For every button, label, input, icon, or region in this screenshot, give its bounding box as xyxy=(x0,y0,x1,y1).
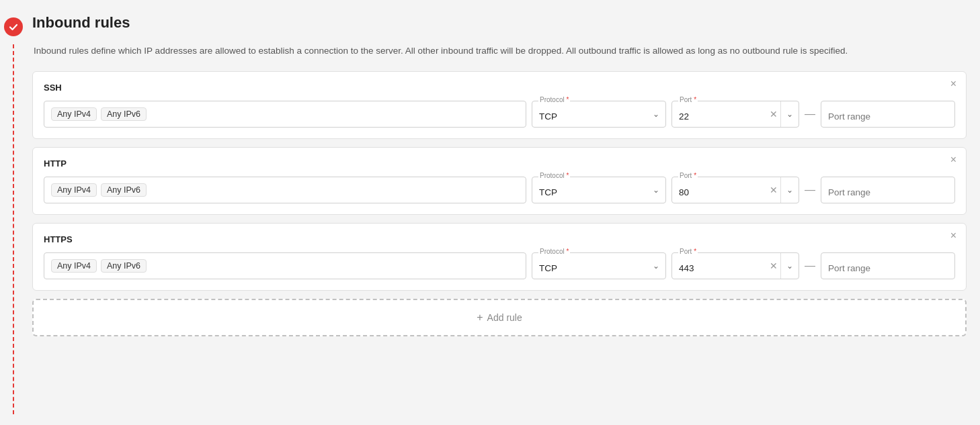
port-range-wrapper-http xyxy=(821,177,955,203)
left-border xyxy=(0,11,27,414)
port-field-wrapper-ssh: Port * ✕ ⌄ xyxy=(671,101,799,128)
close-http-button[interactable]: × xyxy=(948,153,959,167)
rule-card-https: × HTTPS Any IPv4 Any IPv6 Protocol * TCP… xyxy=(32,223,967,291)
port-chevron-ssh[interactable]: ⌄ xyxy=(780,101,799,127)
close-ssh-button[interactable]: × xyxy=(948,77,959,91)
rule-title-ssh: SSH xyxy=(44,83,955,93)
protocol-select-ssh[interactable]: TCP UDP ICMP xyxy=(532,101,666,128)
rule-row-http: Any IPv4 Any IPv6 Protocol * TCP UDP ICM… xyxy=(44,177,955,203)
port-range-wrapper-ssh xyxy=(821,101,955,128)
ip-tags-field-ssh[interactable]: Any IPv4 Any IPv6 xyxy=(44,101,526,128)
port-clear-http[interactable]: ✕ xyxy=(767,185,780,195)
rule-row-https: Any IPv4 Any IPv6 Protocol * TCP UDP ICM… xyxy=(44,252,955,279)
port-input-container-ssh: ✕ ⌄ xyxy=(671,101,799,128)
dash-https: — xyxy=(805,260,815,272)
add-rule-button[interactable]: + Add rule xyxy=(32,299,967,336)
port-chevron-http[interactable]: ⌄ xyxy=(780,177,799,203)
protocol-wrapper-ssh: Protocol * TCP UDP ICMP ⌄ xyxy=(532,101,666,128)
page-title: Inbound rules xyxy=(32,11,967,33)
ip-tag-ipv4-http: Any IPv4 xyxy=(51,183,97,197)
ip-tag-ipv4-ssh: Any IPv4 xyxy=(51,107,97,121)
ip-tags-field-http[interactable]: Any IPv4 Any IPv6 xyxy=(44,177,526,203)
port-range-input-https[interactable] xyxy=(821,252,955,279)
close-https-button[interactable]: × xyxy=(948,229,959,242)
add-rule-label: Add rule xyxy=(487,312,522,323)
check-icon xyxy=(4,17,23,36)
ip-tag-ipv6-http: Any IPv6 xyxy=(101,183,147,197)
page-wrapper: Inbound rules Inbound rules define which… xyxy=(0,0,980,425)
port-range-input-http[interactable] xyxy=(821,177,955,203)
rules-container: × SSH Any IPv4 Any IPv6 Protocol * TCP U… xyxy=(32,71,967,336)
port-clear-ssh[interactable]: ✕ xyxy=(767,109,780,120)
port-input-ssh[interactable] xyxy=(672,105,767,124)
port-input-container-https: ✕ ⌄ xyxy=(671,252,799,279)
main-content: Inbound rules Inbound rules define which… xyxy=(27,11,980,414)
dashed-line xyxy=(13,44,14,414)
port-input-http[interactable] xyxy=(672,181,767,200)
port-input-container-http: ✕ ⌄ xyxy=(671,177,799,203)
dash-ssh: — xyxy=(805,108,815,120)
dash-http: — xyxy=(805,184,815,196)
rule-title-https: HTTPS xyxy=(44,234,955,244)
port-field-wrapper-https: Port * ✕ ⌄ xyxy=(671,252,799,279)
port-clear-https[interactable]: ✕ xyxy=(767,261,780,271)
ip-tags-field-https[interactable]: Any IPv4 Any IPv6 xyxy=(44,252,526,279)
protocol-select-https[interactable]: TCP UDP ICMP xyxy=(532,252,666,279)
ip-tag-ipv6-https: Any IPv6 xyxy=(101,259,147,273)
rule-card-http: × HTTP Any IPv4 Any IPv6 Protocol * TCP … xyxy=(32,147,967,215)
protocol-wrapper-https: Protocol * TCP UDP ICMP ⌄ xyxy=(532,252,666,279)
add-icon: + xyxy=(477,312,483,323)
protocol-wrapper-http: Protocol * TCP UDP ICMP ⌄ xyxy=(532,177,666,203)
rule-card-ssh: × SSH Any IPv4 Any IPv6 Protocol * TCP U… xyxy=(32,71,967,139)
port-chevron-https[interactable]: ⌄ xyxy=(780,253,799,279)
port-range-wrapper-https xyxy=(821,252,955,279)
ip-tag-ipv6-ssh: Any IPv6 xyxy=(101,107,147,121)
protocol-select-http[interactable]: TCP UDP ICMP xyxy=(532,177,666,203)
ip-tag-ipv4-https: Any IPv4 xyxy=(51,259,97,273)
port-field-wrapper-http: Port * ✕ ⌄ xyxy=(671,177,799,203)
description: Inbound rules define which IP addresses … xyxy=(34,44,967,58)
port-input-https[interactable] xyxy=(672,256,767,276)
rule-title-http: HTTP xyxy=(44,158,955,169)
port-range-input-ssh[interactable] xyxy=(821,101,955,128)
rule-row-ssh: Any IPv4 Any IPv6 Protocol * TCP UDP ICM… xyxy=(44,101,955,128)
